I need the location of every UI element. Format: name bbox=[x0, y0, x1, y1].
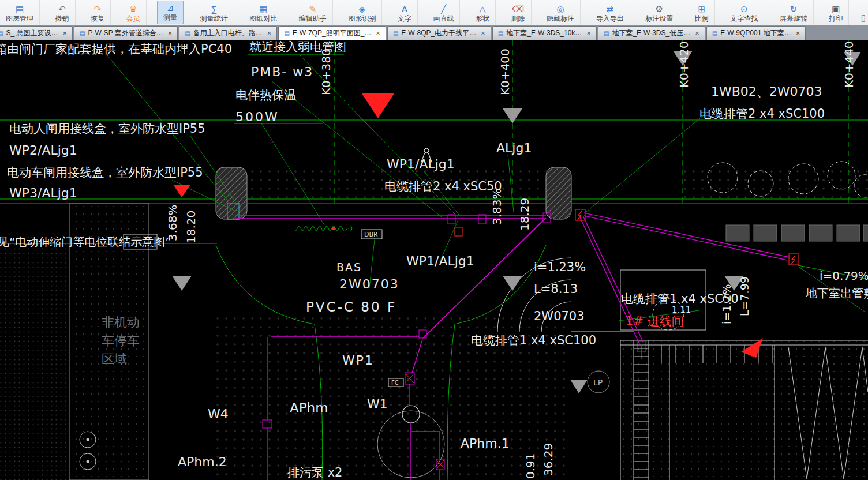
cad-text: WP1/ALjg1 bbox=[406, 254, 474, 268]
survey-marker bbox=[172, 276, 192, 291]
cad-text: 非机动 bbox=[102, 315, 140, 329]
drawing-file-icon: ▤ bbox=[393, 31, 398, 36]
canvas-area[interactable]: 电箱由闸门厂家配套提供，在基础内埋入PC40就近接入弱电管图PMB- w3电伴热… bbox=[0, 40, 868, 480]
cad-box bbox=[455, 227, 462, 236]
tab-close-icon[interactable]: × bbox=[376, 29, 380, 37]
cad-circle bbox=[349, 227, 352, 230]
toolbar-item-layer-manager[interactable]: ▤图层管理 bbox=[0, 0, 40, 25]
toolbar-item-delete[interactable]: ⌫删除 bbox=[506, 0, 532, 25]
drawing-file-icon: ▤ bbox=[498, 31, 503, 36]
cad-text: 1.11 bbox=[672, 305, 691, 315]
survey-marker bbox=[570, 380, 588, 393]
toolbar-item-partial[interactable]: ▯ bbox=[859, 0, 868, 25]
cad-text: BAS bbox=[336, 261, 362, 273]
tab-close-icon[interactable]: × bbox=[481, 29, 485, 37]
tab-close-icon[interactable]: × bbox=[62, 29, 67, 37]
cad-box bbox=[754, 225, 777, 241]
assistant-icon: ✎ bbox=[309, 5, 317, 13]
recognize-icon: ◈ bbox=[359, 5, 366, 13]
toolbar-item-annotation-settings[interactable]: ⚙标注设置 bbox=[639, 0, 679, 25]
drawing-file-icon: ▤ bbox=[604, 31, 609, 36]
toolbar-item-text-search[interactable]: ⊙文字查找 bbox=[724, 0, 764, 25]
drawing-file-icon: ▤ bbox=[80, 31, 85, 36]
print-icon: ▣ bbox=[832, 5, 840, 13]
cad-polyline bbox=[295, 226, 347, 231]
scale-icon: ⊞ bbox=[698, 5, 705, 13]
cad-text: WP2/ALjg1 bbox=[9, 143, 77, 158]
cad-text: 电缆排管2 x4 xSC50 bbox=[384, 179, 502, 193]
toolbar-item-scale[interactable]: ⊞比例 bbox=[689, 0, 715, 25]
toolbar-item-label: 测量统计 bbox=[200, 14, 228, 23]
toolbar-item-measure-stats[interactable]: ∑测量统计 bbox=[194, 0, 234, 25]
toolbar-item-measure[interactable]: ⊿测量 bbox=[157, 1, 184, 24]
drawing-tab-7[interactable]: ▤E-W-9QP001 地下室…× bbox=[706, 26, 806, 40]
toolbar-item-label: 屏幕旋转 bbox=[780, 14, 807, 23]
drawing-tab-2[interactable]: ▤备用主入口电杆、路…× bbox=[179, 26, 277, 40]
survey-marker bbox=[503, 108, 522, 123]
stats-icon: ∑ bbox=[211, 5, 217, 13]
tab-close-icon[interactable]: × bbox=[695, 29, 699, 37]
redo-icon: ↷ bbox=[94, 5, 102, 13]
cad-text: APhm bbox=[290, 400, 328, 415]
toolbar-item-screen-rotate[interactable]: ↻屏幕旋转 bbox=[774, 0, 814, 25]
toolbar-item-drawing-compare[interactable]: ▦图纸对比 bbox=[244, 0, 283, 25]
tab-close-icon[interactable]: × bbox=[168, 29, 173, 37]
tab-close-icon[interactable]: × bbox=[586, 29, 591, 37]
cad-text: 0.91 bbox=[523, 453, 537, 479]
tab-close-icon[interactable]: × bbox=[267, 29, 272, 37]
cad-text: i=0.79% bbox=[820, 269, 868, 283]
cad-circle bbox=[87, 460, 89, 463]
cad-text: 1WB02、2W0703 bbox=[711, 84, 822, 99]
toolbar-item-text[interactable]: A文字 bbox=[392, 0, 418, 25]
drawing-tab-4[interactable]: ▤E-W-8QP_电力干线平…× bbox=[387, 26, 491, 40]
tab-label: 地下室_E-W-3DS_10k… bbox=[506, 28, 582, 38]
toolbar-item-hide-annotations[interactable]: ◎隐藏标注 bbox=[541, 0, 581, 25]
app-window: ▤图层管理↶撤销↷恢复♛会员⊿测量∑测量统计▦图纸对比✎编辑助手◈图形识别A文字… bbox=[0, 0, 868, 480]
toolbar-item-label: 恢复 bbox=[91, 14, 104, 23]
cad-path bbox=[791, 256, 795, 264]
toolbar-item-shapes[interactable]: △形状 bbox=[470, 0, 496, 25]
tab-label: E-W-7QP_照明平面图_… bbox=[293, 28, 371, 38]
cad-box bbox=[863, 225, 868, 241]
drawing-tab-5[interactable]: ▤地下室_E-W-3DS_10k…× bbox=[492, 26, 597, 40]
cad-text: LP bbox=[593, 378, 603, 387]
drawing-tab-3[interactable]: ▤E-W-7QP_照明平面图_…× bbox=[278, 26, 386, 40]
toolbar-item-import-export[interactable]: ⇄导入导出 bbox=[590, 0, 630, 25]
cad-text: K0+400 bbox=[498, 48, 512, 95]
cad-canvas[interactable]: 电箱由闸门厂家配套提供，在基础内埋入PC40就近接入弱电管图PMB- w3电伴热… bbox=[0, 40, 868, 480]
toolbar-item-edit-assistant[interactable]: ✎编辑助手 bbox=[293, 0, 333, 25]
cad-text: 排污泵 x2 bbox=[287, 466, 342, 479]
cad-circle bbox=[424, 148, 429, 153]
toolbar-item-label: 形状 bbox=[476, 14, 489, 23]
cad-text: K0+380 bbox=[319, 48, 333, 95]
toolbar-item-draw-line[interactable]: ╱画直线 bbox=[427, 0, 460, 25]
toolbar-item-label: 标注设置 bbox=[645, 14, 673, 23]
cad-text: APhm.1 bbox=[461, 436, 510, 451]
compare-icon: ▦ bbox=[259, 5, 267, 13]
drawing-tab-6[interactable]: ▤地下室_E-W-3DS_低压…× bbox=[598, 26, 705, 40]
drawing-tab-0[interactable]: ▤S_ 总图主要设…× bbox=[0, 26, 73, 40]
settings-icon: ⚙ bbox=[655, 5, 663, 13]
toolbar-item-label: 画直线 bbox=[433, 14, 454, 23]
cad-text: 电箱由闸门厂家配套提供，在基础内埋入PC40 bbox=[0, 42, 232, 56]
toolbar-item-undo[interactable]: ↶撤销 bbox=[50, 0, 76, 25]
toolbar-item-shape-recognition[interactable]: ◈图形识别 bbox=[342, 0, 382, 25]
cad-text: 1# 进线间 bbox=[626, 314, 684, 328]
red-marker bbox=[362, 93, 394, 118]
toolbar-item-print[interactable]: ▣打印 bbox=[823, 0, 849, 25]
toolbar-item-redo[interactable]: ↷恢复 bbox=[85, 0, 111, 25]
drawing-tab-1[interactable]: ▤P-W-SP 室外管道综合…× bbox=[74, 26, 178, 40]
cad-circle bbox=[332, 227, 335, 230]
cad-text: W1 bbox=[367, 397, 388, 411]
tab-label: S_ 总图主要设… bbox=[6, 28, 58, 38]
cad-text: PVC-C 80 F bbox=[306, 299, 396, 314]
cad-text: K0+440 bbox=[842, 41, 856, 88]
tab-label: P-W-SP 室外管道综合… bbox=[88, 28, 163, 38]
tab-label: 地下室_E-W-3DS_低压… bbox=[612, 28, 690, 38]
member-icon: ♛ bbox=[129, 5, 137, 13]
tab-close-icon[interactable]: × bbox=[796, 29, 800, 37]
drawing-file-icon: ▤ bbox=[185, 31, 190, 36]
toolbar-item-label: 比例 bbox=[695, 14, 709, 23]
toolbar-item-member[interactable]: ♛会员 bbox=[121, 0, 147, 25]
shapes-icon: △ bbox=[479, 5, 486, 13]
